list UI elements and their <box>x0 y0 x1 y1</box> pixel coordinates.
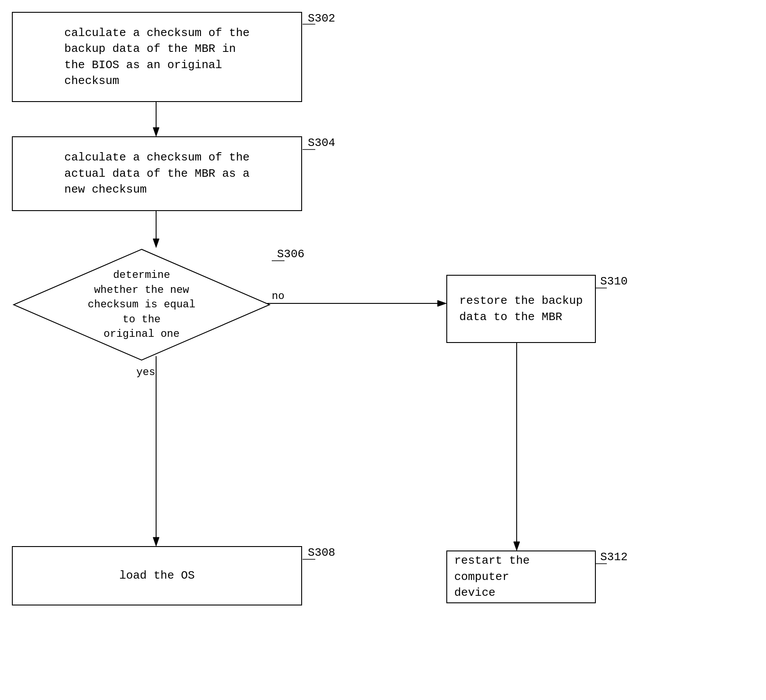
svg-marker-5 <box>153 537 159 546</box>
s304-box: calculate a checksum of the actual data … <box>12 136 302 211</box>
s310-text: restore the backup data to the MBR <box>460 293 583 325</box>
s302-label: S302 <box>308 12 335 25</box>
svg-marker-1 <box>153 128 159 136</box>
s312-text: restart the computer device <box>454 553 588 601</box>
s304-text: calculate a checksum of the actual data … <box>64 149 249 197</box>
s304-label: S304 <box>308 136 335 149</box>
s302-box: calculate a checksum of the backup data … <box>12 12 302 102</box>
svg-marker-3 <box>153 239 159 248</box>
diagram-container: calculate a checksum of the backup data … <box>0 0 766 700</box>
no-label: no <box>272 290 285 302</box>
s306-diamond: determinewhether the newchecksum is equa… <box>12 248 271 362</box>
svg-marker-7 <box>438 300 446 306</box>
s312-label: S312 <box>600 551 627 564</box>
s308-label: S308 <box>308 546 335 559</box>
s312-box: restart the computer device <box>446 551 596 603</box>
s308-text: load the OS <box>119 568 195 583</box>
s308-box: load the OS <box>12 546 302 605</box>
s306-label: S306 <box>277 248 304 261</box>
s302-text: calculate a checksum of the backup data … <box>64 25 249 89</box>
s310-box: restore the backup data to the MBR <box>446 275 596 343</box>
yes-label: yes <box>136 366 155 378</box>
svg-marker-9 <box>514 542 520 551</box>
s310-label: S310 <box>600 275 627 288</box>
s306-text: determinewhether the newchecksum is equa… <box>71 268 212 342</box>
